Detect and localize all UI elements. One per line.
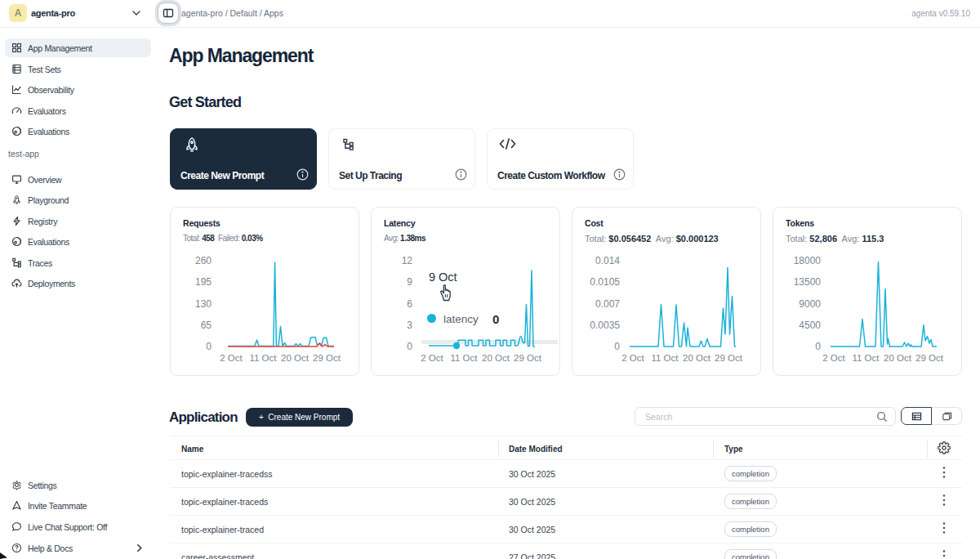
- svg-text:11 Oct: 11 Oct: [651, 353, 679, 363]
- svg-text:20 Oct: 20 Oct: [482, 353, 510, 363]
- svg-text:0: 0: [614, 341, 620, 352]
- svg-text:260: 260: [195, 255, 212, 266]
- svg-text:65: 65: [201, 320, 212, 331]
- svg-text:9000: 9000: [799, 298, 821, 310]
- svg-text:6: 6: [407, 298, 412, 310]
- svg-text:0: 0: [206, 341, 212, 352]
- svg-text:3: 3: [407, 320, 412, 331]
- svg-text:2 Oct: 2 Oct: [220, 353, 243, 363]
- svg-text:195: 195: [195, 276, 212, 288]
- svg-text:29 Oct: 29 Oct: [313, 353, 341, 363]
- svg-text:0.0105: 0.0105: [590, 276, 620, 288]
- svg-text:0.007: 0.007: [595, 298, 620, 310]
- svg-text:20 Oct: 20 Oct: [683, 353, 711, 363]
- svg-text:13500: 13500: [794, 276, 822, 288]
- svg-text:130: 130: [195, 298, 212, 310]
- svg-text:0.0035: 0.0035: [590, 320, 620, 331]
- svg-text:29 Oct: 29 Oct: [915, 353, 944, 363]
- svg-text:2 Oct: 2 Oct: [621, 353, 644, 363]
- svg-text:20 Oct: 20 Oct: [884, 353, 912, 363]
- svg-text:2 Oct: 2 Oct: [822, 353, 845, 363]
- svg-text:18000: 18000: [794, 255, 822, 266]
- svg-text:9: 9: [407, 276, 412, 288]
- svg-text:11 Oct: 11 Oct: [852, 353, 880, 363]
- svg-text:11 Oct: 11 Oct: [450, 353, 478, 363]
- svg-text:29 Oct: 29 Oct: [715, 353, 743, 363]
- svg-text:2 Oct: 2 Oct: [421, 353, 443, 363]
- svg-text:12: 12: [402, 255, 413, 266]
- svg-text:11 Oct: 11 Oct: [249, 353, 277, 363]
- svg-text:0: 0: [815, 341, 821, 352]
- svg-text:29 Oct: 29 Oct: [514, 353, 542, 363]
- svg-text:4500: 4500: [799, 320, 821, 331]
- svg-text:20 Oct: 20 Oct: [281, 353, 310, 363]
- svg-text:0.014: 0.014: [595, 255, 620, 266]
- svg-text:0: 0: [407, 341, 412, 352]
